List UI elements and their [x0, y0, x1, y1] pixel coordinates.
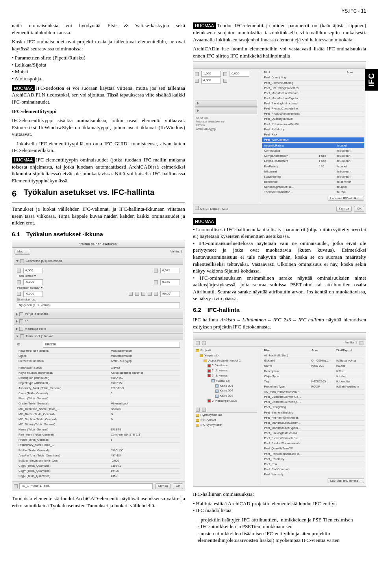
- table-row[interactable]: Rakenteellinen tehtäväMäärittelemätön: [17, 349, 180, 354]
- table-row[interactable]: Pset_ConcreteElementQu…: [262, 400, 364, 405]
- tree-item[interactable]: 0. Kellari/perustus: [195, 399, 257, 404]
- table-row[interactable]: Grade (Tekla_General)Mineraalivool: [17, 401, 180, 406]
- table-row[interactable]: Finish (Tekla_General): [17, 396, 180, 401]
- table-row[interactable]: TagK4C8C305-…IfcIdentifier: [262, 379, 364, 384]
- table-row[interactable]: Pset_ReinforcementBarPit.: [262, 122, 364, 127]
- table-row[interactable]: Attribuutit (IfcSlab): [262, 353, 364, 358]
- table-row[interactable]: Bottom_Elevation (Tekla_Qua…-0.000: [17, 458, 180, 463]
- table-row[interactable]: ThermalTransmittan…IfcReal: [262, 190, 364, 195]
- table-row[interactable]: IsExternalIfcBoolean: [262, 169, 364, 174]
- table-row[interactable]: NameKatto 001IfcLabel: [262, 364, 364, 369]
- table-row[interactable]: Pset_ProductRequirements: [262, 441, 364, 446]
- table-row[interactable]: CombustibleIfcBoolean: [262, 148, 364, 154]
- input-id[interactable]: ERISTE: [43, 342, 180, 348]
- table-row[interactable]: Pset_PackingInstructions: [262, 431, 364, 436]
- table-row[interactable]: Pset_QuantityTakeOff: [262, 117, 364, 122]
- input[interactable]: 4,000: [201, 78, 221, 83]
- table-row[interactable]: GlobalId04nCI$Hilg…IfcGloballyUniq: [262, 358, 364, 364]
- table-row[interactable]: Pset_ManufacturerTypeIn…: [262, 96, 364, 101]
- table-row[interactable]: ExtendToStructureFalseIfcBoolean: [262, 159, 364, 164]
- tree-item[interactable]: Projekti: [195, 348, 257, 353]
- table-row[interactable]: Pset_FireRatingProperties: [262, 415, 364, 420]
- toolbar-icon[interactable]: [202, 341, 206, 345]
- project-tree[interactable]: ProjektiYmpäristöAseta Projektin tiedot …: [195, 348, 257, 404]
- tree-item[interactable]: Katto 005: [195, 393, 257, 399]
- tree-item[interactable]: 2. 2. kerros: [195, 368, 257, 373]
- table-row[interactable]: FireRating120IfcLabel: [262, 164, 364, 169]
- table-row[interactable]: CompartmentationFalseIfcBoolean: [262, 154, 364, 159]
- table-row[interactable]: Part_Mark (Tekla_General)Concrete_ERISTE…: [17, 432, 180, 438]
- table-row[interactable]: Pset_Reliability: [262, 127, 364, 132]
- panel-geometry[interactable]: Geometria ja sijoittuminen: [14, 258, 183, 265]
- table-row[interactable]: AreaPerTons (Tekla_Quantities)457.484: [17, 453, 180, 458]
- table-row[interactable]: Pset_ConcreteElementGe…: [262, 395, 364, 400]
- table-row[interactable]: Pset_PackingInstructions: [262, 101, 364, 106]
- table-row[interactable]: LoadBearingIfcBoolean: [262, 174, 364, 179]
- table-row[interactable]: MO_Definition_Name (Tekla_…Section: [17, 406, 180, 412]
- table-row[interactable]: SijaintiMäärittelemätön: [17, 354, 180, 359]
- panel-ids[interactable]: Tunnukset ja luokat: [14, 333, 183, 340]
- table-row[interactable]: Pset_ElementShading: [262, 80, 364, 85]
- table-row[interactable]: MO_Section (Tekla_General)B: [17, 417, 180, 422]
- table-row[interactable]: MO_Name (Tekla_General)B: [17, 412, 180, 417]
- button-muut[interactable]: Muut…: [15, 249, 30, 255]
- table-row[interactable]: Pset_SlabCommon: [262, 467, 364, 472]
- table-row[interactable]: Pset_ElementShading: [262, 410, 364, 415]
- table-row[interactable]: Pset_Warranty: [262, 472, 364, 477]
- table-row[interactable]: Elementin luokitteluArchiCAD-tyyppi: [17, 359, 180, 364]
- table-row[interactable]: Pset_Risk: [262, 132, 364, 137]
- tree-item[interactable]: Katto 004: [195, 388, 257, 393]
- toolbar-icon[interactable]: [359, 341, 363, 345]
- new-property-button[interactable]: Luo uusi IFC-nimike…: [328, 478, 364, 483]
- table-row[interactable]: ObjectTypeIfcLabel: [262, 374, 364, 379]
- table-row[interactable]: Pset_FireRatingProperties: [262, 85, 364, 91]
- table-row[interactable]: Pset_ProductRequirements: [262, 111, 364, 117]
- input-width[interactable]: 0,075: [160, 268, 180, 274]
- panel-row[interactable]: 10: [14, 318, 183, 325]
- table-row[interactable]: NimiArvo: [262, 70, 364, 75]
- input-offset[interactable]: -0,000: [23, 279, 43, 285]
- table-row[interactable]: DescriptionIfcText: [262, 369, 364, 374]
- tree-item[interactable]: IFC-ryhmät: [195, 418, 257, 423]
- table-row[interactable]: Renovation statusOlevaa: [17, 365, 180, 370]
- table-row[interactable]: Phase (Tekla_General)1: [17, 438, 180, 443]
- table-row[interactable]: Pset_Draughting: [262, 75, 364, 80]
- table-row[interactable]: Pset_Risk: [262, 462, 364, 467]
- tree-item[interactable]: Ympäristö: [195, 353, 257, 358]
- tree-item[interactable]: 3. Vesikatto: [195, 363, 257, 368]
- panel-floorplan[interactable]: Pohja ja leikkaus: [14, 311, 183, 317]
- table-row[interactable]: Pset_Draughting: [262, 405, 364, 410]
- ok-button[interactable]: OK: [354, 206, 364, 212]
- table-row[interactable]: Pset_ReinforcementBarPit…: [262, 451, 364, 456]
- table-row[interactable]: Pset_WallCommon: [262, 137, 364, 142]
- panel[interactable]: [195, 100, 257, 107]
- table-row[interactable]: MO_Storey (Tekla_General): [17, 422, 180, 427]
- select-story[interactable]: Nykyinen (1. 1. kerros): [17, 302, 180, 308]
- ok-button[interactable]: OK: [173, 483, 183, 489]
- table-row[interactable]: CogY (Tekla_Quantities)19425: [17, 469, 180, 474]
- tree-item[interactable]: Katto 001: [195, 384, 257, 389]
- table-row[interactable]: Pset_ManufacturerTypeIn…: [262, 425, 364, 430]
- tree-item[interactable]: 1. 1. kerros: [195, 373, 257, 378]
- table-row[interactable]: Profile (Tekla_General)6500*150: [17, 448, 180, 453]
- filter-icon[interactable]: [202, 408, 206, 412]
- table-row[interactable]: Assembly_Mark (Tekla_General)ERISTE/3: [17, 386, 180, 391]
- input-elev[interactable]: -0,000: [23, 291, 43, 297]
- table-row[interactable]: PredefinedTypeROOF.IfcSlabTypeEnum: [262, 384, 364, 389]
- table-row[interactable]: SurfaceSpreadOfFla…IfcLabel: [262, 185, 364, 190]
- input-angle[interactable]: 90,00°: [160, 291, 180, 297]
- table-row[interactable]: Class (Tekla_General)6: [17, 391, 180, 396]
- table-row[interactable]: ReferenceIfcIdentifier: [262, 179, 364, 184]
- cancel-button[interactable]: Kumoa: [336, 206, 352, 212]
- table-row[interactable]: Pset_PrecastConcreteEle.: [262, 106, 364, 111]
- table-row[interactable]: Preliminary_Mark (Tekla_…: [17, 443, 180, 448]
- panel-quantities[interactable]: Määrät ja selite: [14, 326, 183, 332]
- input-thickness[interactable]: 0,150: [160, 279, 180, 285]
- table-row[interactable]: Pset_ManufacturerOccurr…: [262, 91, 364, 96]
- table-row[interactable]: Pset_QuantityTakeOff: [262, 446, 364, 451]
- table-row[interactable]: ObjectType (Attribuutti )6500*150: [17, 380, 180, 386]
- input-height[interactable]: 6,500: [23, 268, 43, 274]
- tree-item[interactable]: IFC-vyöhykkeet: [195, 423, 257, 428]
- table-row[interactable]: Description (Attribuutti )6500*150: [17, 375, 180, 380]
- table-row[interactable]: Name (Tekla_General)ERISTE: [17, 427, 180, 432]
